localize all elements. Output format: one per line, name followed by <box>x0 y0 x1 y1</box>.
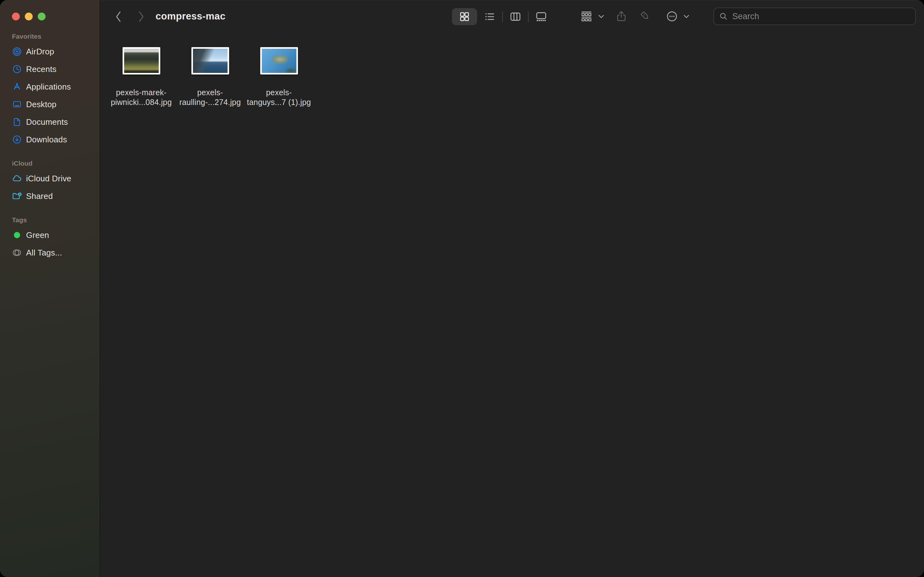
app-store-a-icon <box>12 82 22 92</box>
file-name: pexels- raulling-...274.jpg <box>179 88 241 107</box>
gallery-view-button[interactable] <box>529 8 554 25</box>
desktop-icon <box>12 99 22 110</box>
file-name: pexels- tanguys...7 (1).jpg <box>247 88 311 107</box>
sidebar: Favorites AirDrop <box>0 0 100 577</box>
sidebar-list: Favorites AirDrop <box>0 0 100 261</box>
sidebar-item-label: AirDrop <box>26 47 54 56</box>
group-by-icon <box>580 10 593 23</box>
gallery-icon <box>535 11 547 23</box>
column-view-button[interactable] <box>503 8 528 25</box>
sidebar-section-icloud: iCloud <box>0 160 100 167</box>
sidebar-item-label: Recents <box>26 64 56 74</box>
icon-view-button[interactable] <box>452 8 477 25</box>
sidebar-item-label: Desktop <box>26 100 56 110</box>
sidebar-item-recents[interactable]: Recents <box>0 60 100 78</box>
file-name-line1: pexels- <box>247 88 311 97</box>
tag-button[interactable] <box>639 9 653 24</box>
view-switcher <box>452 8 554 26</box>
image-thumbnail <box>191 47 229 74</box>
sidebar-section-favorites: Favorites <box>0 33 100 40</box>
chevron-down-icon <box>597 13 605 20</box>
grid-icon <box>458 11 471 23</box>
share-button[interactable] <box>614 9 628 24</box>
file-item[interactable]: pexels-marek- piwnicki...084.jpg <box>107 33 176 107</box>
sidebar-item-label: iCloud Drive <box>26 174 71 184</box>
list-view-button[interactable] <box>477 8 502 25</box>
all-tags-icon <box>12 248 22 258</box>
list-icon <box>484 11 496 23</box>
thumbnail-mountain-cliffs <box>124 49 159 73</box>
search-field[interactable] <box>713 8 916 25</box>
file-name-line2: piwnicki...084.jpg <box>111 97 172 107</box>
cloud-icon <box>12 174 22 184</box>
sidebar-item-label: All Tags... <box>26 248 62 258</box>
thumbnail-sea-cliffs <box>193 49 227 73</box>
more-options-chevron[interactable] <box>679 9 693 24</box>
sidebar-section-tags: Tags <box>0 216 100 224</box>
sidebar-item-label: Green <box>26 230 49 240</box>
sidebar-item-label: Downloads <box>26 135 67 145</box>
sidebar-item-documents[interactable]: Documents <box>0 113 100 131</box>
file-item[interactable]: pexels- raulling-...274.jpg <box>176 33 245 107</box>
download-circle-icon <box>12 134 22 145</box>
thumbnail-sea-turtle <box>262 49 297 73</box>
group-by-button[interactable] <box>579 9 593 24</box>
green-tag-dot-icon <box>12 230 22 240</box>
file-name-line2: tanguys...7 (1).jpg <box>247 97 311 107</box>
columns-icon <box>510 11 521 23</box>
finder-window: Favorites AirDrop <box>0 0 924 577</box>
search-icon <box>719 12 728 21</box>
image-thumbnail <box>260 47 298 74</box>
sidebar-item-desktop[interactable]: Desktop <box>0 95 100 113</box>
ellipsis-circle-icon <box>666 10 678 23</box>
file-item[interactable]: pexels- tanguys...7 (1).jpg <box>245 33 313 107</box>
tag-icon <box>639 10 652 23</box>
file-grid: pexels-marek- piwnicki...084.jpg pexels-… <box>100 33 924 107</box>
file-name: pexels-marek- piwnicki...084.jpg <box>111 88 172 107</box>
sidebar-item-applications[interactable]: Applications <box>0 78 100 95</box>
sidebar-item-all-tags[interactable]: All Tags... <box>0 244 100 261</box>
back-button[interactable] <box>111 10 126 24</box>
file-name-line1: pexels- <box>179 88 241 97</box>
content-area: compress-mac <box>100 0 924 577</box>
image-thumbnail <box>123 47 160 74</box>
more-options-button[interactable] <box>665 9 679 24</box>
sidebar-item-airdrop[interactable]: AirDrop <box>0 43 100 60</box>
sidebar-item-shared[interactable]: Shared <box>0 187 100 205</box>
document-icon <box>12 117 22 127</box>
sidebar-item-label: Applications <box>26 82 71 92</box>
sidebar-item-tag-green[interactable]: Green <box>0 226 100 244</box>
forward-button[interactable] <box>134 10 148 24</box>
toolbar: compress-mac <box>100 0 924 33</box>
chevron-left-icon <box>114 10 123 23</box>
chevron-right-icon <box>137 10 145 23</box>
file-name-line1: pexels-marek- <box>111 88 172 97</box>
clock-icon <box>12 64 22 74</box>
window-title: compress-mac <box>156 11 225 22</box>
share-icon <box>615 10 627 23</box>
group-by-chevron[interactable] <box>594 9 608 24</box>
sidebar-item-icloud-drive[interactable]: iCloud Drive <box>0 170 100 187</box>
file-name-line2: raulling-...274.jpg <box>179 97 241 107</box>
sidebar-item-downloads[interactable]: Downloads <box>0 131 100 148</box>
shared-folder-icon <box>12 191 22 201</box>
sidebar-item-label: Shared <box>26 192 53 201</box>
chevron-down-icon <box>683 13 690 20</box>
sidebar-item-label: Documents <box>26 117 68 127</box>
airdrop-icon <box>12 47 22 56</box>
search-input[interactable] <box>732 11 910 22</box>
